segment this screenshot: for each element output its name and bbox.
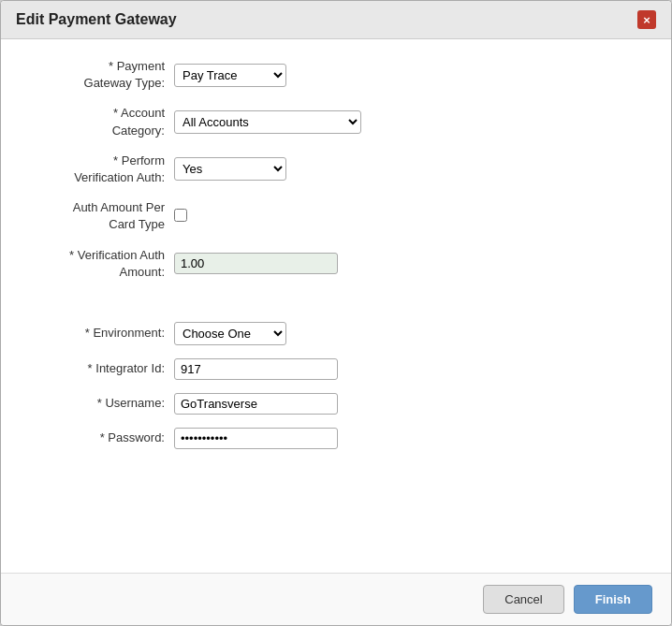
- username-label: * Username:: [29, 395, 174, 412]
- integrator-id-group: * Integrator Id:: [29, 358, 643, 380]
- account-category-select[interactable]: All Accounts: [174, 110, 361, 134]
- account-category-label: * AccountCategory:: [29, 105, 174, 138]
- password-wrapper: [174, 428, 643, 449]
- environment-label: * Environment:: [29, 325, 174, 342]
- close-button[interactable]: ×: [637, 10, 656, 29]
- account-category-group: * AccountCategory: All Accounts: [29, 105, 643, 138]
- perform-verification-label: * PerformVerification Auth:: [29, 153, 174, 186]
- password-label: * Password:: [29, 429, 174, 446]
- finish-button[interactable]: Finish: [574, 585, 652, 614]
- password-input[interactable]: [174, 428, 338, 449]
- auth-amount-per-card-group: Auth Amount PerCard Type: [29, 199, 643, 233]
- section-divider: [29, 294, 643, 322]
- username-group: * Username:: [29, 393, 643, 415]
- edit-payment-gateway-dialog: Edit Payment Gateway × * PaymentGateway …: [0, 0, 672, 626]
- auth-amount-per-card-wrapper: [174, 209, 643, 225]
- verification-auth-amount-wrapper: [174, 253, 643, 274]
- username-input[interactable]: [174, 393, 338, 415]
- dialog-title: Edit Payment Gateway: [16, 11, 177, 28]
- environment-select[interactable]: Choose One: [174, 322, 286, 345]
- payment-gateway-type-wrapper: Pay Trace: [174, 64, 643, 87]
- integrator-id-label: * Integrator Id:: [29, 360, 174, 377]
- account-category-wrapper: All Accounts: [174, 110, 643, 134]
- integrator-id-input[interactable]: [174, 358, 338, 380]
- perform-verification-select[interactable]: Yes No: [174, 157, 286, 181]
- username-wrapper: [174, 393, 643, 415]
- payment-gateway-type-select[interactable]: Pay Trace: [174, 64, 286, 87]
- verification-auth-amount-label: * Verification AuthAmount:: [29, 247, 174, 281]
- environment-group: * Environment: Choose One: [29, 322, 643, 345]
- verification-auth-amount-input[interactable]: [174, 253, 338, 274]
- integrator-id-wrapper: [174, 358, 643, 380]
- dialog-titlebar: Edit Payment Gateway ×: [1, 1, 671, 39]
- dialog-body: * PaymentGateway Type: Pay Trace * Accou…: [1, 39, 671, 573]
- cancel-button[interactable]: Cancel: [483, 585, 563, 614]
- payment-gateway-type-label: * PaymentGateway Type:: [29, 58, 174, 92]
- auth-amount-per-card-checkbox[interactable]: [174, 209, 187, 222]
- environment-wrapper: Choose One: [174, 322, 643, 345]
- payment-gateway-type-group: * PaymentGateway Type: Pay Trace: [29, 58, 643, 92]
- dialog-footer: Cancel Finish: [1, 573, 671, 625]
- perform-verification-wrapper: Yes No: [174, 157, 643, 181]
- password-group: * Password:: [29, 428, 643, 449]
- perform-verification-group: * PerformVerification Auth: Yes No: [29, 153, 643, 186]
- verification-auth-amount-group: * Verification AuthAmount:: [29, 247, 643, 281]
- auth-amount-per-card-label: Auth Amount PerCard Type: [29, 199, 174, 233]
